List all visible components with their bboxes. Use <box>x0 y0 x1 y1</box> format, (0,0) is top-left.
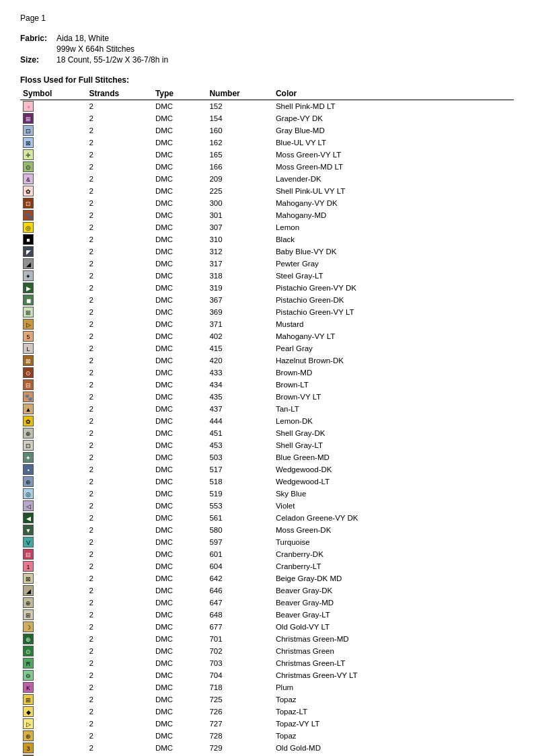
type-cell: DMC <box>153 100 207 113</box>
table-row: ⊛2DMC728Topaz <box>20 730 514 742</box>
strands-cell: 2 <box>86 645 152 657</box>
number-cell: 154 <box>206 112 272 124</box>
strands-cell: 2 <box>86 633 152 645</box>
color-cell: Shell Gray-LT <box>273 439 514 451</box>
type-cell: DMC <box>153 245 207 258</box>
number-cell: 703 <box>206 657 272 669</box>
table-row: ◆2DMC726Topaz-LT <box>20 706 514 718</box>
floss-table: Symbol Strands Type Number Color 🌸2DMC15… <box>20 87 514 756</box>
type-cell: DMC <box>153 512 207 524</box>
symbol-cell: ◀ <box>20 512 86 524</box>
strands-cell: 2 <box>86 572 152 584</box>
strands-cell: 2 <box>86 536 152 548</box>
table-row: 52DMC402Mahogany-VY LT <box>20 330 514 342</box>
color-cell: Plum <box>273 681 514 693</box>
number-cell: 725 <box>206 693 272 706</box>
strands-cell: 2 <box>86 669 152 681</box>
color-cell: Pistachio Green-VY DK <box>273 282 514 294</box>
number-cell: 647 <box>206 597 272 609</box>
type-cell: DMC <box>153 221 207 233</box>
number-cell: 317 <box>206 258 272 270</box>
number-cell: 453 <box>206 439 272 451</box>
color-cell: Cranberry-DK <box>273 548 514 560</box>
number-cell: 702 <box>206 645 272 657</box>
table-row: 12DMC604Cranberry-LT <box>20 560 514 572</box>
strands-cell: 2 <box>86 161 152 173</box>
type-cell: DMC <box>153 439 207 451</box>
type-cell: DMC <box>153 270 207 282</box>
number-cell: 420 <box>206 354 272 367</box>
symbol-cell: ☽ <box>20 621 86 633</box>
number-cell: 165 <box>206 149 272 161</box>
number-cell: 604 <box>206 560 272 572</box>
color-cell: Wedgewood-LT <box>273 476 514 488</box>
number-cell: 402 <box>206 330 272 342</box>
type-cell: DMC <box>153 536 207 548</box>
table-row: ⊛2DMC518Wedgewood-LT <box>20 476 514 488</box>
table-row: ⊟2DMC601Cranberry-DK <box>20 548 514 560</box>
symbol-cell: ⊞ <box>20 693 86 706</box>
symbol-cell: ▪ <box>20 463 86 476</box>
color-cell: Blue-UL VY LT <box>273 137 514 149</box>
symbol-cell: ◁ <box>20 500 86 512</box>
table-row: 🐾2DMC435Brown-VY LT <box>20 391 514 403</box>
color-cell: Brown-LT <box>273 379 514 391</box>
number-cell: 597 <box>206 536 272 548</box>
symbol-cell: ◢ <box>20 584 86 597</box>
type-cell: DMC <box>153 318 207 330</box>
type-cell: DMC <box>153 427 207 439</box>
strands-cell: 2 <box>86 137 152 149</box>
type-cell: DMC <box>153 597 207 609</box>
color-cell: Lavender-DK <box>273 173 514 185</box>
color-cell: Beaver Gray-LT <box>273 609 514 621</box>
color-cell: Wedgewood-DK <box>273 463 514 476</box>
table-row: ⊠2DMC420Hazelnut Brown-DK <box>20 354 514 367</box>
number-cell: 729 <box>206 742 272 754</box>
strands-cell: 2 <box>86 233 152 245</box>
color-cell: Mahogany-VY LT <box>273 330 514 342</box>
color-cell: Celadon Greene-VY DK <box>273 512 514 524</box>
color-cell: Christmas Green <box>273 645 514 657</box>
type-cell: DMC <box>153 476 207 488</box>
color-cell: Tan-LT <box>273 403 514 415</box>
symbol-cell: ◼ <box>20 294 86 306</box>
color-cell: Mahogany-VY DK <box>273 197 514 209</box>
color-cell: Lemon <box>273 221 514 233</box>
number-cell: 701 <box>206 633 272 645</box>
color-cell: Old Gold-VY LT <box>273 621 514 633</box>
table-row: ✛2DMC165Moss Green-VY LT <box>20 149 514 161</box>
symbol-cell: 🌸 <box>20 100 86 113</box>
number-cell: 434 <box>206 379 272 391</box>
symbol-cell: ✿ <box>20 415 86 427</box>
type-cell: DMC <box>153 294 207 306</box>
symbol-cell: ▲ <box>20 403 86 415</box>
color-cell: Topaz-VY LT <box>273 718 514 730</box>
fabric-stitches: 999w X 664h Stitches <box>56 44 135 54</box>
symbol-cell: ⊙ <box>20 367 86 379</box>
symbol-cell: ⊡ <box>20 124 86 137</box>
type-cell: DMC <box>153 282 207 294</box>
number-cell: 307 <box>206 221 272 233</box>
symbol-cell: ⊡ <box>20 439 86 451</box>
table-row: ✿2DMC225Shell Pink-UL VY LT <box>20 185 514 197</box>
type-cell: DMC <box>153 524 207 536</box>
color-cell: Beaver Gray-MD <box>273 597 514 609</box>
table-row: ◢2DMC317Pewter Gray <box>20 258 514 270</box>
color-cell: Pistachio Green-VY LT <box>273 306 514 318</box>
type-cell: DMC <box>153 306 207 318</box>
symbol-cell: 🐾 <box>20 391 86 403</box>
symbol-cell: ⊞ <box>20 112 86 124</box>
strands-cell: 2 <box>86 597 152 609</box>
strands-cell: 2 <box>86 742 152 754</box>
color-cell: Moss Green-MD LT <box>273 161 514 173</box>
strands-cell: 2 <box>86 415 152 427</box>
table-row: ⊛2DMC701Christmas Green-MD <box>20 633 514 645</box>
symbol-cell: ▼ <box>20 524 86 536</box>
strands-cell: 2 <box>86 221 152 233</box>
color-cell: Cranberry-LT <box>273 560 514 572</box>
table-row: ⊖2DMC704Christmas Green-VY LT <box>20 669 514 681</box>
symbol-cell: ◎ <box>20 221 86 233</box>
number-cell: 642 <box>206 572 272 584</box>
type-cell: DMC <box>153 258 207 270</box>
table-row: ⊡2DMC453Shell Gray-LT <box>20 439 514 451</box>
